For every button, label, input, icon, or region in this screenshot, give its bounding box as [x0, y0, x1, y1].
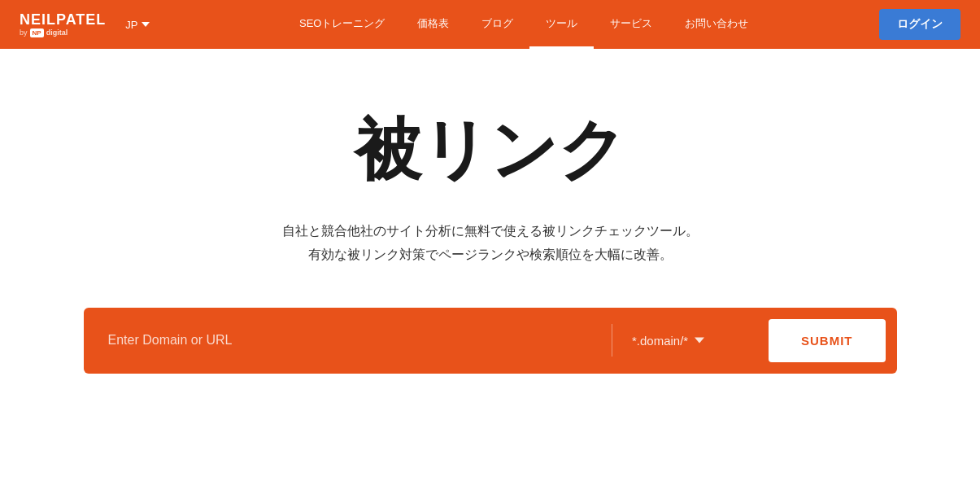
description-line1: 自社と競合他社のサイト分析に無料で使える被リンクチェックツール。: [282, 224, 699, 238]
nav-item-contact[interactable]: お問い合わせ: [669, 0, 764, 49]
vertical-divider: [612, 324, 612, 357]
nav-item-tools[interactable]: ツール: [529, 0, 594, 49]
domain-option-label: *.domain/*: [632, 334, 688, 348]
nav-item-seo-training[interactable]: SEOトレーニング: [283, 0, 401, 49]
brand-logo[interactable]: NEILPATEL by NP digital: [20, 12, 106, 37]
nav-links: SEOトレーニング 価格表 ブログ ツール サービス お問い合わせ: [182, 0, 866, 49]
page-title: 被リンク: [355, 106, 626, 195]
url-input-wrapper: [95, 322, 609, 359]
brand-digital: digital: [46, 28, 68, 37]
url-input[interactable]: [95, 322, 609, 359]
login-button[interactable]: ログイン: [879, 9, 960, 40]
description-line2: 有効な被リンク対策でページランクや検索順位を大幅に改善。: [308, 247, 673, 261]
nav-item-blog[interactable]: ブログ: [465, 0, 529, 49]
np-badge: NP: [30, 28, 44, 37]
nav-item-pricing[interactable]: 価格表: [401, 0, 465, 49]
brand-by: by: [20, 28, 28, 37]
chevron-down-icon: [695, 335, 704, 345]
brand-title: NEILPATEL: [20, 12, 106, 27]
lang-label: JP: [125, 19, 137, 31]
navbar: NEILPATEL by NP digital JP SEOトレーニング 価格表…: [0, 0, 980, 49]
submit-button[interactable]: SUBMIT: [769, 319, 886, 362]
search-form: *.domain/* SUBMIT: [84, 308, 897, 374]
nav-item-services[interactable]: サービス: [594, 0, 669, 49]
main-content: 被リンク 自社と競合他社のサイト分析に無料で使える被リンクチェックツール。 有効…: [0, 49, 980, 422]
language-selector[interactable]: JP: [119, 15, 155, 34]
brand-subtitle: by NP digital: [20, 28, 68, 37]
chevron-down-icon: [142, 20, 150, 28]
domain-type-selector[interactable]: *.domain/*: [616, 322, 762, 359]
page-description: 自社と競合他社のサイト分析に無料で使える被リンクチェックツール。 有効な被リンク…: [282, 220, 699, 267]
